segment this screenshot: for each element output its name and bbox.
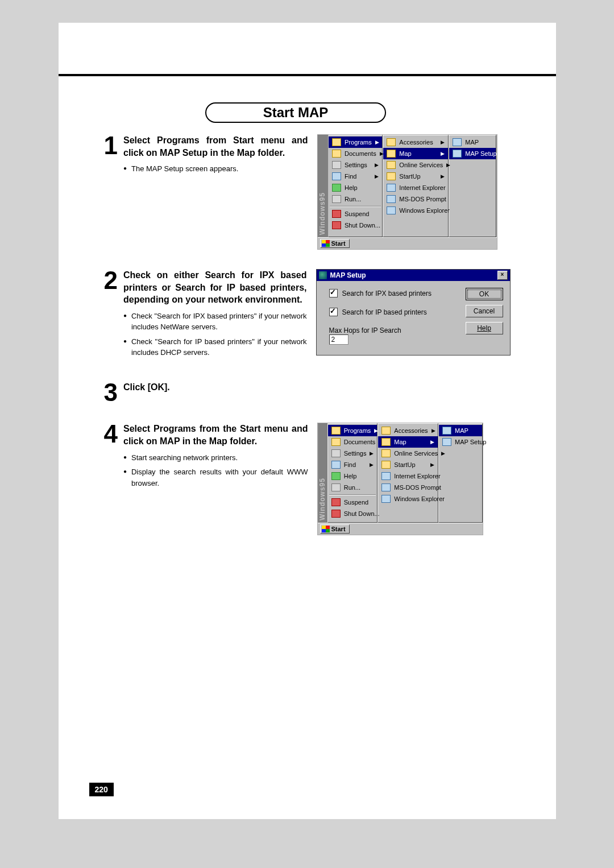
sub-dos[interactable]: MS-DOS Prompt [383,193,448,205]
start-col-programs: Accessories▶ Map▶ Online Services▶ Start… [383,135,449,237]
label: Documents [345,150,376,157]
start-button[interactable]: Start [320,524,350,534]
label: Internet Explorer [394,473,440,480]
menu-help[interactable]: Help [329,182,382,193]
menu-programs[interactable]: Programs▶ [328,425,377,436]
menu-settings[interactable]: Settings▶ [328,448,377,459]
shutdown-icon [331,510,341,518]
step-2-left: 2 Check on either Search for IPX based p… [104,269,307,362]
run-icon [331,483,341,491]
step-1-text: Select Programs from Start menu and clic… [123,134,308,178]
sub-map-app[interactable]: MAP [449,137,496,148]
sub-map-setup[interactable]: MAP Setup [449,148,496,159]
menu-suspend[interactable]: Suspend [329,208,382,220]
label: Find [344,461,356,468]
menu-run[interactable]: Run... [328,482,377,493]
sub-accessories[interactable]: Accessories▶ [378,425,438,436]
folder-icon [387,150,396,158]
menu-run[interactable]: Run... [329,193,382,205]
content: Start MAP 1 Select Programs from Start m… [81,102,533,535]
menu-find[interactable]: Find▶ [328,459,377,470]
sub-explorer[interactable]: Windows Explorer [378,493,438,505]
app-icon [442,427,451,435]
menu-settings[interactable]: Settings▶ [329,159,382,171]
arrow-icon: ▶ [370,450,374,456]
app-icon [453,150,462,158]
step-3-heading: Click [OK]. [123,381,308,394]
checkbox-ipx[interactable] [329,289,338,297]
sub-online[interactable]: Online Services▶ [378,448,438,459]
bullet: Start searching network printers. [123,452,308,464]
ok-button[interactable]: OK [466,288,503,300]
sub-startup[interactable]: StartUp▶ [378,459,438,470]
sub-accessories[interactable]: Accessories▶ [383,137,448,148]
folder-icon [381,461,391,469]
sub-explorer[interactable]: Windows Explorer [383,205,448,216]
max-hops-input[interactable]: 2 [329,334,349,345]
menu-shutdown[interactable]: Shut Down... [329,220,382,231]
step-4-left: 4 Select Programs from the Start menu an… [104,423,308,492]
label: Shut Down... [344,510,380,517]
step-2: 2 Check on either Search for IPX based p… [104,269,511,362]
page-number: 220 [89,783,114,796]
separator [330,206,381,207]
close-button[interactable]: × [497,271,508,280]
label: Map [394,439,406,445]
menu-find[interactable]: Find▶ [329,171,382,182]
label: Programs [345,139,372,146]
step-3-num: 3 [104,381,118,404]
dialog-body: OK Cancel Help Search for IPX based prin… [317,281,510,355]
settings-icon [331,449,341,457]
help-button[interactable]: Help [466,322,503,334]
run-icon [332,195,341,203]
label: Help [344,473,357,480]
label: Internet Explorer [399,184,445,191]
step-2-figure: MAP Setup × OK Cancel Help Search for IP… [316,269,511,356]
sub-map-setup[interactable]: MAP Setup [439,436,482,448]
shutdown-icon [332,221,341,229]
label: Online Services [399,162,443,168]
label: Accessories [399,139,433,146]
sub-online[interactable]: Online Services▶ [383,159,448,171]
menu-documents[interactable]: Documents▶ [328,436,377,448]
app-icon [453,138,462,146]
label: Run... [344,484,360,491]
sub-map[interactable]: Map▶ [378,436,438,448]
start-button[interactable]: Start [320,239,350,248]
label: MAP [465,139,479,146]
step-1-left: 1 Select Programs from Start menu and cl… [104,134,308,178]
arrow-icon: ▶ [441,139,445,145]
sub-map[interactable]: Map▶ [383,148,448,159]
step-1-bullets: The MAP Setup screen appears. [123,163,308,175]
label: Run... [345,196,361,202]
sub-startup[interactable]: StartUp▶ [383,171,448,182]
arrow-icon: ▶ [375,162,379,168]
label: Find [345,173,356,180]
cancel-button[interactable]: Cancel [466,305,503,317]
arrow-icon: ▶ [430,462,434,468]
folder-icon [387,161,396,169]
menu-programs[interactable]: Programs▶ [329,137,382,148]
step-1: 1 Select Programs from Start menu and cl… [104,134,511,250]
checkbox-ip[interactable] [329,308,338,316]
sub-dos[interactable]: MS-DOS Prompt [378,482,438,493]
sub-ie[interactable]: Internet Explorer [383,182,448,193]
dialog-titlebar: MAP Setup × [317,270,510,281]
help-icon [332,184,341,192]
label: MS-DOS Prompt [399,196,446,202]
sub-map-app[interactable]: MAP [439,425,482,436]
menu-suspend[interactable]: Suspend [328,497,377,508]
arrow-icon: ▶ [370,462,374,468]
label: Help [477,324,491,332]
step-2-heading: Check on either Search for IPX based pri… [123,269,307,306]
find-icon [332,172,341,180]
step-2-num: 2 [104,269,118,362]
sub-ie[interactable]: Internet Explorer [378,470,438,482]
bullet: Check "Search for IP based printers" if … [123,336,307,358]
step-4-num: 4 [104,423,118,492]
menu-help[interactable]: Help [328,470,377,482]
menu-documents[interactable]: Documents▶ [329,148,382,159]
menu-shutdown[interactable]: Shut Down... [328,508,377,519]
step-3: 3 Click [OK]. [104,381,511,404]
folder-icon [381,449,391,457]
